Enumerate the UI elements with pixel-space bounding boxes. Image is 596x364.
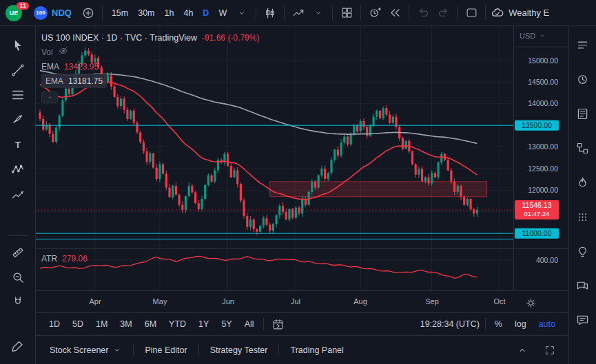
- range-1m[interactable]: 1M: [92, 318, 111, 330]
- tool-prediction[interactable]: [6, 182, 30, 206]
- range-6m[interactable]: 6M: [141, 318, 160, 330]
- top-toolbar: UE 11 100 NDQ 15m30m1h4hDW Wealthy E: [0, 0, 596, 26]
- range-3m[interactable]: 3M: [116, 318, 135, 330]
- ema2-legend-row[interactable]: EMA 13181.75: [41, 74, 107, 88]
- atr-line: [40, 256, 477, 278]
- watchlist-icon: [575, 38, 590, 52]
- range-5d[interactable]: 5D: [69, 318, 87, 330]
- currency-selector[interactable]: USD: [520, 32, 546, 40]
- add-symbol-button[interactable]: [79, 4, 97, 22]
- chart-area[interactable]: 15000.0014500.0014000.0013000.0012500.00…: [36, 26, 568, 335]
- layout-grid-icon: [340, 6, 353, 19]
- tool-trend-line[interactable]: [6, 58, 30, 83]
- timeframe-1h[interactable]: 1h: [161, 6, 178, 20]
- compare-layout-button[interactable]: [338, 4, 356, 22]
- range-all[interactable]: All: [241, 318, 258, 330]
- publish-button[interactable]: Wealthy E: [491, 6, 549, 20]
- chevron-down-icon: [236, 8, 247, 19]
- panel-ideas[interactable]: [574, 242, 592, 260]
- panel-news[interactable]: [574, 105, 592, 122]
- toolbar-divider: [485, 318, 486, 330]
- time-axis-settings-button[interactable]: [522, 294, 540, 312]
- panel-object-tree[interactable]: [574, 139, 592, 157]
- ema2-value: 13181.75: [68, 76, 103, 86]
- panel-alerts[interactable]: [574, 70, 592, 88]
- fullscreen-button[interactable]: [541, 341, 559, 359]
- price-tick: 13000.00: [528, 142, 558, 151]
- redo-button[interactable]: [434, 4, 452, 22]
- panel-chat[interactable]: [574, 277, 592, 295]
- tool-xabcd-pattern[interactable]: [6, 157, 30, 182]
- last-price-badge: 11546.1301:47:24: [515, 200, 559, 220]
- atr-value: 279.06: [62, 254, 88, 264]
- go-to-date-button[interactable]: [269, 315, 287, 333]
- tab-pine-editor[interactable]: Pine Editor: [134, 336, 198, 364]
- tool-ruler[interactable]: [6, 240, 30, 265]
- range-1d[interactable]: 1D: [45, 318, 63, 330]
- symbol-legend-row[interactable]: US 100 INDEX · 1D · TVC · TradingView -9…: [41, 30, 259, 45]
- tool-emoji[interactable]: [6, 206, 30, 231]
- tool-cursor[interactable]: [6, 33, 30, 58]
- chevron-down-icon: [314, 8, 323, 18]
- atr-legend-row[interactable]: ATR 279.06: [41, 254, 88, 264]
- timeframe-15m[interactable]: 15m: [107, 6, 132, 20]
- bar-replay-button[interactable]: [386, 4, 404, 22]
- indicators-menu-button[interactable]: [309, 4, 327, 22]
- range-ytd[interactable]: YTD: [165, 318, 189, 330]
- timeframe-menu-button[interactable]: [233, 4, 251, 22]
- time-axis[interactable]: AprMayJunJulAugSepOct: [36, 290, 568, 312]
- layout-rect-icon: [465, 6, 478, 19]
- panel-dom[interactable]: [574, 208, 592, 226]
- auto-scale-button[interactable]: auto: [535, 318, 559, 330]
- toolbar-divider: [263, 318, 264, 330]
- indicators-button[interactable]: [289, 4, 307, 22]
- range-1y[interactable]: 1Y: [195, 318, 212, 330]
- user-menu-button[interactable]: UE 11: [6, 3, 26, 23]
- toolbar-divider: [256, 6, 256, 21]
- panel-hotlists[interactable]: [574, 173, 592, 191]
- create-alert-button[interactable]: [366, 4, 384, 22]
- undo-icon: [417, 6, 430, 19]
- timeframe-4h[interactable]: 4h: [179, 6, 197, 20]
- toolbar-divider: [9, 235, 27, 236]
- symbol-search-button[interactable]: 100 NDQ: [28, 5, 77, 21]
- tab-trading-panel[interactable]: Trading Panel: [279, 336, 354, 364]
- ema1-legend-row[interactable]: EMA 13423.95: [41, 59, 99, 74]
- clock[interactable]: 19:28:34 (UTC): [420, 319, 480, 329]
- eye-off-icon[interactable]: [58, 45, 69, 56]
- collapse-panel-button[interactable]: [513, 341, 531, 359]
- price-tick: 12000.00: [528, 186, 558, 194]
- tab-stock-screener[interactable]: Stock Screener: [39, 336, 133, 364]
- price-tick: 12500.00: [528, 164, 558, 173]
- ema1-label: EMA: [41, 62, 59, 72]
- tool-edit[interactable]: [6, 334, 30, 358]
- alerts-icon: [575, 72, 590, 87]
- log-scale-button[interactable]: log: [511, 318, 530, 330]
- symbol-logo: 100: [34, 6, 48, 20]
- timeframe-d[interactable]: D: [198, 6, 213, 20]
- currency-label: USD: [520, 32, 535, 40]
- svg-text:11000.00: 11000.00: [522, 229, 551, 237]
- timeframe-w[interactable]: W: [214, 6, 231, 20]
- chart-type-button[interactable]: [261, 4, 279, 22]
- tab-strategy-tester[interactable]: Strategy Tester: [199, 336, 279, 364]
- tool-zoom[interactable]: [6, 265, 30, 290]
- range-5y[interactable]: 5Y: [218, 318, 235, 330]
- volume-legend-row[interactable]: Vol: [41, 45, 69, 59]
- percent-scale-button[interactable]: %: [491, 318, 506, 330]
- panel-watchlist[interactable]: [574, 36, 592, 54]
- tool-magnet[interactable]: [6, 290, 30, 314]
- replay-icon: [389, 6, 402, 19]
- tool-brush[interactable]: [6, 107, 30, 132]
- time-tick-jun: Jun: [222, 297, 234, 306]
- right-sidebar: [568, 26, 596, 364]
- layout-button[interactable]: [462, 4, 480, 22]
- tool-fib-retracement[interactable]: [6, 83, 30, 107]
- news-icon: [575, 107, 590, 121]
- undo-button[interactable]: [414, 4, 432, 22]
- magnet-icon: [10, 295, 25, 310]
- panel-comments[interactable]: [574, 311, 592, 329]
- timeframe-30m[interactable]: 30m: [134, 6, 158, 20]
- collapse-legend-button[interactable]: [41, 92, 58, 103]
- tool-text[interactable]: T: [6, 132, 30, 157]
